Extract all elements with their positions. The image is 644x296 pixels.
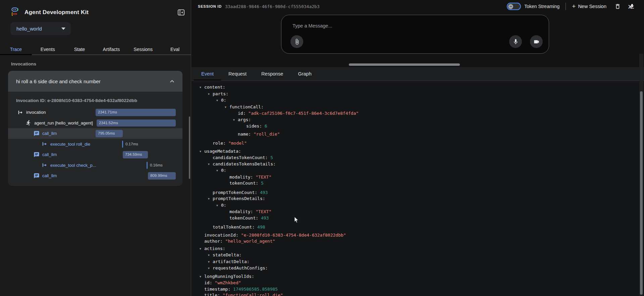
token-streaming-toggle[interactable]: − [507, 3, 521, 10]
trace-span-execute-tool-check-p-[interactable]: execute_tool check_p...0.16ms [8, 160, 182, 171]
trash-icon[interactable] [614, 3, 621, 10]
invocation-card-header[interactable]: hi roll a 6 side dice and check number [8, 71, 182, 92]
tab-events[interactable]: Events [32, 44, 64, 54]
expand-toggle-icon[interactable]: ▼ [208, 196, 213, 202]
new-session-button[interactable]: + New Session [572, 3, 606, 9]
expand-toggle-icon[interactable]: ▼ [216, 98, 221, 104]
token-streaming-label: Token Streaming [524, 4, 559, 9]
expand-toggle-icon[interactable]: ▼ [200, 246, 204, 252]
vertical-scrollbar[interactable] [640, 91, 643, 295]
json-value: 5 [258, 181, 264, 186]
trace-span-call-llm[interactable]: call_llm734.59ms [8, 149, 182, 160]
json-line-timestamp: timestamp: 1749586585.858985 [196, 286, 639, 293]
tab-artifacts[interactable]: Artifacts [95, 44, 127, 54]
videocam-icon [533, 39, 540, 45]
json-key: modality: [229, 209, 253, 214]
expand-toggle-icon[interactable]: ▼ [208, 161, 213, 168]
chat-area: Type a Message... [192, 13, 644, 67]
tab-trace[interactable]: Trace [0, 44, 32, 54]
span-duration-bar: 795.05ms [96, 130, 123, 137]
paperclip-icon [294, 39, 300, 45]
expand-toggle-icon[interactable]: ▼ [208, 265, 213, 272]
json-line-promptTokenCount: promptTokenCount: 493 [196, 190, 639, 196]
expand-toggle-icon[interactable]: ▼ [216, 168, 221, 174]
microphone-button[interactable] [509, 35, 522, 48]
json-key: totalTokenCount: [213, 225, 255, 230]
json-key: id: [238, 111, 246, 116]
trace-span-call-llm[interactable]: call_llm795.05ms [8, 128, 182, 139]
app-title: Agent Development Kit [24, 9, 89, 16]
json-line-0: ▼0: [196, 97, 639, 104]
span-duration-bar: 2341.52ms [97, 119, 176, 127]
detail-tab-event[interactable]: Event [194, 67, 221, 81]
trace-span-execute-tool-roll-die[interactable]: execute_tool roll_die0.17ms [8, 139, 182, 150]
json-line-sides: sides: 6 [196, 123, 639, 130]
json-value: "wmZhkbed" [212, 280, 241, 285]
span-duration-tick [122, 141, 123, 148]
json-line-parts: ▼parts: [196, 91, 639, 98]
json-value: "roll_die" [251, 132, 280, 137]
session-bar: SESSION ID 33aad288-9846-46f6-980d-cf555… [192, 0, 644, 13]
span-label: call_llm [42, 152, 57, 157]
detail-tab-graph[interactable]: Graph [290, 67, 319, 81]
json-line-tokenCount: tokenCount: 493 [196, 215, 639, 221]
json-key: actions: [204, 246, 225, 251]
attach-file-button[interactable] [290, 35, 303, 48]
chat-icon [34, 131, 40, 137]
expand-toggle-icon[interactable]: ▼ [233, 117, 238, 124]
detail-tab-request[interactable]: Request [221, 67, 254, 81]
collapse-panel-icon[interactable] [177, 8, 185, 17]
expand-toggle-icon[interactable]: ▼ [208, 252, 213, 259]
trace-span-agent-run-hello-world-agent-[interactable]: agent_run [hello_world_agent]2341.52ms [8, 118, 182, 129]
tab-sessions[interactable]: Sessions [127, 44, 159, 54]
span-label: call_llm [42, 173, 57, 178]
expand-toggle-icon[interactable]: ▼ [208, 259, 213, 265]
json-line-modality: modality: "TEXT" [196, 209, 639, 215]
json-line-artifactDelta: ▼artifactDelta: [196, 259, 639, 265]
json-line-usageMetadata: ▼usageMetadata: [196, 148, 639, 155]
video-button[interactable] [530, 35, 543, 48]
trace-span-call-llm[interactable]: call_llm809.99ms [8, 170, 182, 181]
span-timeline: 809.99ms [96, 172, 176, 180]
close-icon[interactable]: ✕ [627, 3, 634, 11]
json-key: usageMetadata: [204, 149, 241, 154]
trace-span-invocation[interactable]: invocation2341.71ms [8, 107, 182, 118]
json-line-longRunningToolIds: ▼longRunningToolIds: [196, 274, 639, 280]
json-key: timestamp: [204, 287, 230, 292]
expand-toggle-icon[interactable]: ▼ [200, 274, 204, 280]
agent-select[interactable]: hello_world [10, 22, 71, 35]
run-icon [25, 120, 32, 126]
svg-text:<>: <> [13, 12, 17, 16]
json-key: candidatesTokenCount: [213, 155, 268, 160]
horizontal-scrollbar[interactable] [349, 63, 460, 66]
microphone-icon [513, 39, 519, 45]
span-duration-tick [147, 162, 148, 169]
json-line-tokenCount: tokenCount: 5 [196, 180, 639, 187]
left-panel-scrollbar[interactable] [189, 116, 190, 179]
json-key: requestedAuthConfigs: [213, 265, 268, 270]
json-key: promptTokenCount: [213, 190, 257, 195]
span-duration-label: 0.16ms [150, 162, 163, 169]
expand-toggle-icon[interactable]: ▼ [208, 91, 213, 98]
left-panel-header: [ <> Agent Development Kit [0, 0, 191, 17]
plus-icon: + [572, 3, 576, 9]
tab-state[interactable]: State [64, 44, 96, 54]
chevron-up-icon [168, 78, 176, 85]
detail-tab-response[interactable]: Response [254, 67, 290, 81]
json-value: "hello_world_agent" [223, 239, 275, 244]
message-input-box[interactable]: Type a Message... [281, 15, 549, 54]
json-key: tokenCount: [229, 215, 258, 220]
invocation-card: hi roll a 6 side dice and check number I… [8, 71, 182, 186]
json-line-args: ▼args: [196, 117, 639, 124]
json-key: sides: [246, 124, 262, 129]
json-key: artifactDelta: [213, 259, 250, 264]
expand-toggle-icon[interactable]: ▼ [225, 104, 229, 111]
json-value: 493 [258, 215, 269, 220]
expand-toggle-icon[interactable]: ▼ [200, 85, 204, 91]
expand-toggle-icon[interactable]: ▼ [216, 203, 221, 209]
json-key: 0: [221, 98, 226, 103]
span-duration-bar: 809.99ms [148, 172, 176, 180]
span-timeline: 0.16ms [96, 162, 176, 169]
expand-toggle-icon[interactable]: ▼ [200, 149, 204, 155]
tab-eval[interactable]: Eval [159, 44, 191, 54]
